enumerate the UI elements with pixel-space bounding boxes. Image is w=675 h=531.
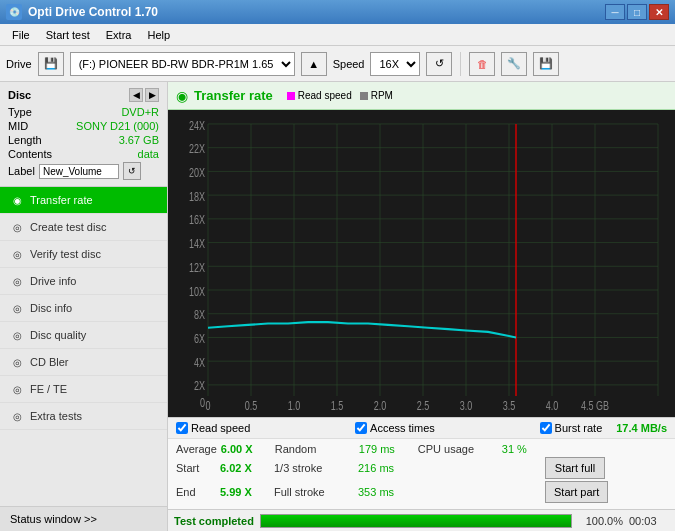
app-title: Opti Drive Control 1.70 — [28, 5, 158, 19]
nav-fe-te[interactable]: ◎ FE / TE — [0, 376, 167, 403]
menu-extra[interactable]: Extra — [98, 27, 140, 43]
svg-text:22X: 22X — [189, 142, 206, 156]
access-times-checkbox[interactable] — [355, 422, 367, 434]
cpu-usage-label: CPU usage — [418, 443, 498, 455]
progress-percent: 100.0% — [578, 515, 623, 527]
main-content: Disc ◀ ▶ Type DVD+R MID SONY D21 (000) L… — [0, 82, 675, 531]
type-label: Type — [8, 106, 32, 118]
svg-text:16X: 16X — [189, 213, 206, 227]
svg-rect-0 — [168, 110, 675, 417]
disc-next[interactable]: ▶ — [145, 88, 159, 102]
nav-disc-info[interactable]: ◎ Disc info — [0, 295, 167, 322]
menu-file[interactable]: File — [4, 27, 38, 43]
full-stroke-label: Full stroke — [274, 486, 354, 498]
svg-text:2.0: 2.0 — [374, 399, 386, 413]
eject-button[interactable]: ▲ — [301, 52, 327, 76]
contents-value: data — [138, 148, 159, 160]
random-value: 179 ms — [359, 443, 414, 455]
svg-text:14X: 14X — [189, 237, 206, 251]
read-speed-checkbox-text: Read speed — [191, 422, 250, 434]
legend-read-speed: Read speed — [287, 90, 352, 101]
random-label: Random — [275, 443, 355, 455]
chart-title: Transfer rate — [194, 88, 273, 103]
fe-te-icon: ◎ — [10, 382, 24, 396]
speed-select[interactable]: 16X — [370, 52, 420, 76]
nav-drive-info[interactable]: ◎ Drive info — [0, 268, 167, 295]
nav-cd-bler[interactable]: ◎ CD Bler — [0, 349, 167, 376]
drive-info-icon: ◎ — [10, 274, 24, 288]
erase-button[interactable]: 🗑 — [469, 52, 495, 76]
cpu-usage-value: 31 % — [502, 443, 542, 455]
burst-rate-value: 17.4 MB/s — [616, 422, 667, 434]
nav-transfer-rate[interactable]: ◉ Transfer rate — [0, 187, 167, 214]
svg-text:6X: 6X — [194, 332, 206, 346]
chart-header: ◉ Transfer rate Read speed RPM — [168, 82, 675, 110]
svg-text:4.0: 4.0 — [546, 399, 558, 413]
disc-prev[interactable]: ◀ — [129, 88, 143, 102]
average-value: 6.00 X — [221, 443, 271, 455]
legend-rpm-label: RPM — [371, 90, 393, 101]
toolbar-separator — [460, 52, 461, 76]
svg-text:10X: 10X — [189, 284, 206, 298]
save-button[interactable]: 💾 — [533, 52, 559, 76]
svg-text:4X: 4X — [194, 355, 206, 369]
read-speed-checkbox-label[interactable]: Read speed — [176, 422, 250, 434]
drive-icon: 💾 — [38, 52, 64, 76]
drive-select[interactable]: (F:) PIONEER BD-RW BDR-PR1M 1.65 — [70, 52, 295, 76]
burst-rate-checkbox[interactable] — [540, 422, 552, 434]
tools-button[interactable]: 🔧 — [501, 52, 527, 76]
extra-tests-icon: ◎ — [10, 409, 24, 423]
stats-row-average: Average 6.00 X Random 179 ms CPU usage 3… — [176, 443, 667, 455]
menu-help[interactable]: Help — [139, 27, 178, 43]
disc-title: Disc — [8, 89, 31, 101]
progress-area: Test completed 100.0% 00:03 — [168, 509, 675, 531]
svg-text:0: 0 — [205, 399, 210, 413]
svg-text:1.5: 1.5 — [331, 399, 343, 413]
nav-create-test-disc[interactable]: ◎ Create test disc — [0, 214, 167, 241]
speed-label: Speed — [333, 58, 365, 70]
nav-extra-tests[interactable]: ◎ Extra tests — [0, 403, 167, 430]
status-window-button[interactable]: Status window >> — [0, 506, 167, 531]
svg-text:0: 0 — [200, 396, 205, 410]
stroke-1-3-label: 1/3 stroke — [274, 462, 354, 474]
start-part-button[interactable]: Start part — [545, 481, 608, 503]
svg-text:2.5: 2.5 — [417, 399, 429, 413]
access-times-checkbox-label[interactable]: Access times — [355, 422, 435, 434]
svg-text:3.0: 3.0 — [460, 399, 472, 413]
maximize-button[interactable]: □ — [627, 4, 647, 20]
label-input[interactable] — [39, 164, 119, 179]
burst-rate-checkbox-label[interactable]: Burst rate — [540, 422, 603, 434]
end-label: End — [176, 486, 216, 498]
progress-time: 00:03 — [629, 515, 669, 527]
disc-panel: Disc ◀ ▶ Type DVD+R MID SONY D21 (000) L… — [0, 82, 167, 187]
nav-verify-test-disc[interactable]: ◎ Verify test disc — [0, 241, 167, 268]
svg-text:12X: 12X — [189, 260, 206, 274]
nav-items: ◉ Transfer rate ◎ Create test disc ◎ Ver… — [0, 187, 167, 506]
stats-row-end: End 5.99 X Full stroke 353 ms Start part — [176, 481, 667, 503]
menu-start-test[interactable]: Start test — [38, 27, 98, 43]
menubar: File Start test Extra Help — [0, 24, 675, 46]
create-test-icon: ◎ — [10, 220, 24, 234]
minimize-button[interactable]: ─ — [605, 4, 625, 20]
nav-disc-quality[interactable]: ◎ Disc quality — [0, 322, 167, 349]
label-refresh-button[interactable]: ↺ — [123, 162, 141, 180]
start-full-button[interactable]: Start full — [545, 457, 605, 479]
legend-rpm-dot — [360, 92, 368, 100]
transfer-rate-icon: ◉ — [10, 193, 24, 207]
chart-area: 24X 22X 20X 18X 16X 14X 12X 10X 8X 6X 4X… — [168, 110, 675, 417]
svg-text:4.5 GB: 4.5 GB — [581, 399, 609, 413]
read-speed-checkbox[interactable] — [176, 422, 188, 434]
disc-info-icon: ◎ — [10, 301, 24, 315]
toolbar: Drive 💾 (F:) PIONEER BD-RW BDR-PR1M 1.65… — [0, 46, 675, 82]
type-value: DVD+R — [121, 106, 159, 118]
titlebar: 💿 Opti Drive Control 1.70 ─ □ ✕ — [0, 0, 675, 24]
start-value: 6.02 X — [220, 462, 270, 474]
refresh-button[interactable]: ↺ — [426, 52, 452, 76]
progress-bar-fill — [261, 515, 571, 527]
chart-icon: ◉ — [176, 88, 188, 104]
stats-grid: Average 6.00 X Random 179 ms CPU usage 3… — [168, 438, 675, 509]
average-label: Average — [176, 443, 217, 455]
legend-read-speed-dot — [287, 92, 295, 100]
close-button[interactable]: ✕ — [649, 4, 669, 20]
stats-row-start: Start 6.02 X 1/3 stroke 216 ms Start ful… — [176, 457, 667, 479]
